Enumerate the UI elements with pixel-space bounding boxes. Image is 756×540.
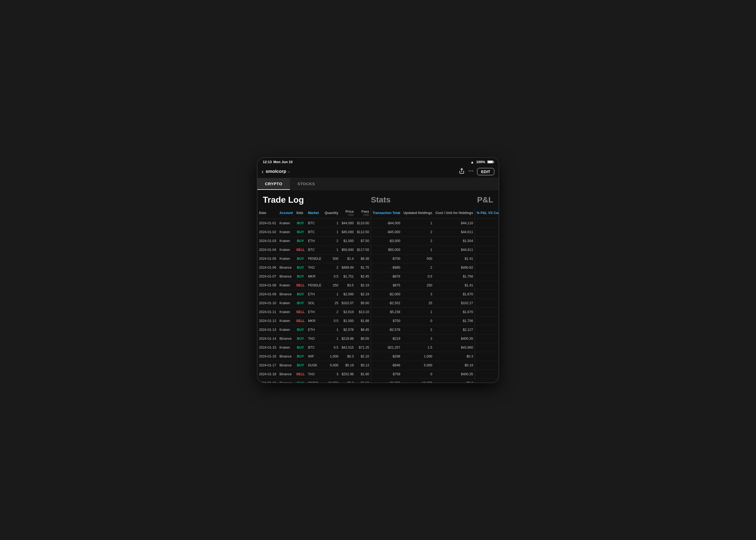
- table-row: 2024-01-08KrakenSELLPENDLE250$3.5$2.19$8…: [257, 281, 499, 290]
- col-header-quantity: Quantity: [323, 207, 340, 219]
- table-row: 2024-01-12KrakenSELLMKR0.5$1,500$1.88$75…: [257, 316, 499, 325]
- table-row: 2024-01-15KrakenBUYBTC0.5$42,515$71.25-$…: [257, 343, 499, 352]
- col-header-cost-unit: Cost / Unit for Holdings: [434, 207, 475, 219]
- table-row: 2024-01-05KrakenBUYPENDLE500$1.4$6.38-$7…: [257, 254, 499, 263]
- tab-crypto[interactable]: CRYPTO: [257, 178, 290, 190]
- back-button[interactable]: ‹: [262, 169, 263, 175]
- svg-point-3: [472, 170, 473, 171]
- edit-button[interactable]: EDIT: [477, 168, 494, 175]
- table-container[interactable]: Date Account Side Market Quantity Price …: [257, 207, 499, 382]
- col-header-updated-holdings: Updated Holdings: [402, 207, 434, 219]
- table-row: 2024-01-10KrakenBUYSOL25$102.07$5.00-$2,…: [257, 299, 499, 308]
- section-headers: Trade Log Stats P&L: [257, 190, 499, 207]
- table-row: 2024-01-03KrakenBUYETH2$1,500$7.50-$3,00…: [257, 236, 499, 245]
- col-header-date: Date: [257, 207, 278, 219]
- table-row: 2024-01-07BinanceBUYMKR0.5$1,751$2.45-$8…: [257, 272, 499, 281]
- col-header-market: Market: [306, 207, 323, 219]
- svg-point-2: [470, 170, 471, 171]
- status-right: ▲ 100%: [470, 160, 493, 164]
- col-header-price: Price USD: [340, 207, 356, 219]
- battery-fill: [488, 161, 493, 163]
- table-row: 2024-01-14BinanceBUYTAO1$218.88$0.55-$21…: [257, 334, 499, 343]
- col-header-pct-pl: % P&L VS Current Price: [475, 207, 499, 219]
- col-header-account: Account: [278, 207, 295, 219]
- table-row: 2024-01-19BinanceBUYONDO10,000$0.2$6.50-…: [257, 378, 499, 382]
- share-button[interactable]: [459, 168, 465, 175]
- stats-title: Stats: [317, 195, 445, 204]
- table-row: 2024-01-02KrakenBUYBTC1$45,000$112.50-$4…: [257, 227, 499, 236]
- tab-stocks[interactable]: STOCKS: [290, 178, 323, 190]
- battery-percent: 100%: [476, 160, 485, 164]
- trade-log-title: Trade Log: [263, 195, 317, 205]
- pl-title: P&L: [445, 195, 493, 204]
- date-display: Mon Jun 10: [273, 160, 293, 164]
- table-row: 2024-01-18BinanceSELLTAO3$252.96$1.90$75…: [257, 370, 499, 378]
- wifi-icon: ▲: [470, 160, 474, 164]
- nav-bar: ‹ smolcorp ⌄ EDIT: [257, 166, 499, 178]
- battery-icon: [487, 161, 493, 163]
- table-row: 2024-01-13KrakenBUYETH1$2,578$6.45-$2,57…: [257, 325, 499, 334]
- table-row: 2024-01-09BinanceBUYETH1$2,000$2.19-$2,0…: [257, 290, 499, 299]
- col-header-side: Side: [295, 207, 306, 219]
- portfolio-name: smolcorp: [266, 169, 286, 174]
- tab-bar: CRYPTO STOCKS: [257, 178, 499, 190]
- chevron-down-icon[interactable]: ⌄: [287, 170, 290, 173]
- table-row: 2024-01-01KrakenBUYBTC1$44,000$110.00-$4…: [257, 218, 499, 227]
- table-row: 2024-01-06BinanceBUYTAO2$489.94$1.75-$98…: [257, 263, 499, 272]
- table-row: 2024-01-17BinanceBUYDUSK5,000$0.19$5.13-…: [257, 361, 499, 370]
- col-header-fees: Fees USD: [356, 207, 371, 219]
- status-left: 12:13 Mon Jun 10: [263, 160, 293, 164]
- col-header-transaction-total: Transaction Total: [371, 207, 402, 219]
- nav-right: EDIT: [459, 168, 494, 175]
- time-display: 12:13: [263, 160, 272, 164]
- table-row: 2024-01-04KrakenSELLBTC1$50,000$117.50$5…: [257, 245, 499, 254]
- nav-title: smolcorp ⌄: [266, 169, 290, 174]
- svg-point-1: [469, 170, 470, 171]
- nav-left: ‹ smolcorp ⌄: [262, 169, 290, 175]
- more-menu-button[interactable]: [468, 168, 474, 175]
- table-row: 2024-01-11KrakenSELLETH2$2,619$13.10$5,2…: [257, 308, 499, 316]
- status-bar: 12:13 Mon Jun 10 ▲ 100%: [257, 158, 499, 166]
- device-frame: 12:13 Mon Jun 10 ▲ 100% ‹ smolcorp ⌄: [257, 157, 499, 383]
- trade-log-table: Date Account Side Market Quantity Price …: [257, 207, 499, 382]
- main-content: Trade Log Stats P&L Date Account Side Ma…: [257, 190, 499, 382]
- table-row: 2024-01-16BinanceBUYWIF1,000$0.3$2.10-$2…: [257, 352, 499, 361]
